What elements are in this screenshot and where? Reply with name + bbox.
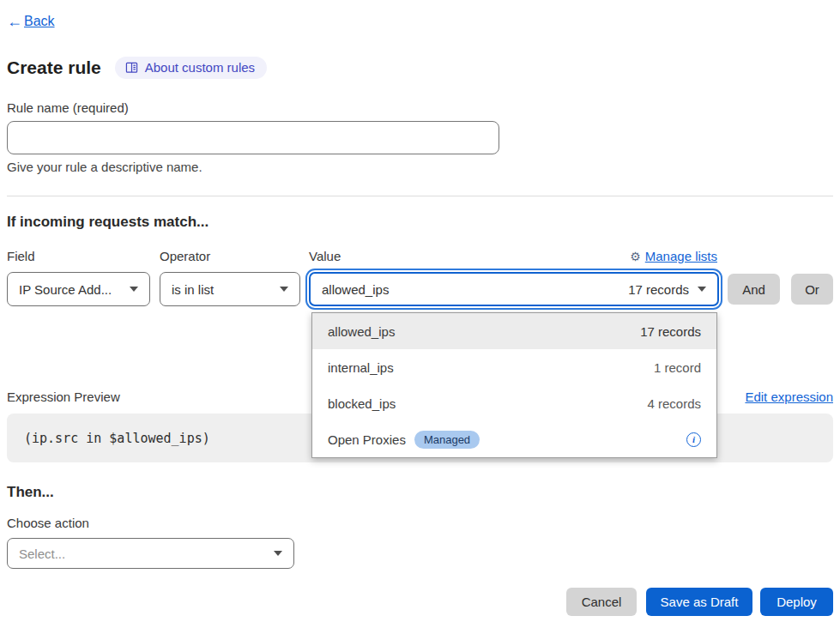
choose-action-label: Choose action — [7, 516, 89, 530]
list-option-name: Open Proxies — [328, 432, 406, 447]
section-divider — [7, 196, 833, 196]
about-custom-rules-link[interactable]: About custom rules — [115, 57, 267, 79]
expression-code: (ip.src in $allowed_ips) — [24, 431, 210, 446]
operator-select[interactable]: is in list — [160, 272, 300, 306]
save-as-draft-button[interactable]: Save as Draft — [646, 588, 752, 616]
list-option-count: 17 records — [640, 324, 701, 339]
list-dropdown-panel: allowed_ips 17 records internal_ips 1 re… — [311, 312, 717, 458]
cancel-button[interactable]: Cancel — [566, 588, 637, 616]
and-button[interactable]: And — [728, 274, 780, 305]
rule-name-label: Rule name (required) — [7, 100, 129, 115]
operator-select-value: is in list — [172, 282, 214, 297]
back-nav[interactable]: ← Back — [7, 14, 55, 29]
then-section-heading: Then... — [7, 484, 54, 501]
list-option-internal-ips[interactable]: internal_ips 1 record — [312, 349, 716, 385]
value-column-label: Value — [309, 249, 341, 263]
about-custom-rules-label: About custom rules — [145, 60, 255, 75]
chevron-down-icon — [280, 287, 288, 292]
info-icon[interactable]: i — [686, 432, 701, 447]
book-icon — [125, 62, 138, 74]
managed-badge: Managed — [414, 431, 480, 449]
edit-expression-link[interactable]: Edit expression — [745, 389, 833, 404]
list-option-blocked-ips[interactable]: blocked_ips 4 records — [312, 385, 716, 421]
list-option-name: allowed_ips — [328, 324, 395, 339]
expression-preview-label: Expression Preview — [7, 389, 120, 404]
rule-name-helper-text: Give your rule a descriptive name. — [7, 160, 202, 174]
deploy-button[interactable]: Deploy — [760, 588, 833, 616]
back-arrow-icon: ← — [7, 14, 22, 29]
value-select[interactable]: allowed_ips 17 records — [309, 272, 719, 306]
value-select-count: 17 records — [628, 282, 689, 297]
field-select[interactable]: IP Source Add... — [7, 272, 150, 306]
chevron-down-icon — [698, 287, 706, 292]
action-select-placeholder: Select... — [19, 546, 65, 561]
list-option-name: blocked_ips — [328, 396, 396, 411]
page-title: Create rule — [7, 57, 101, 78]
operator-column-label: Operator — [160, 249, 210, 263]
or-button[interactable]: Or — [791, 274, 833, 305]
field-column-label: Field — [7, 249, 35, 263]
list-option-name: internal_ips — [328, 360, 394, 375]
manage-lists-link[interactable]: ⚙ Manage lists — [630, 249, 717, 263]
field-select-value: IP Source Add... — [19, 282, 112, 297]
rule-name-input[interactable] — [7, 121, 499, 154]
list-option-open-proxies[interactable]: Open Proxies Managed i — [312, 421, 716, 457]
chevron-down-icon — [130, 287, 138, 292]
value-select-name: allowed_ips — [322, 282, 389, 297]
gear-icon: ⚙ — [630, 251, 641, 263]
chevron-down-icon — [274, 551, 282, 556]
list-option-count: 4 records — [647, 396, 701, 411]
list-option-allowed-ips[interactable]: allowed_ips 17 records — [312, 313, 716, 349]
list-option-count: 1 record — [654, 360, 701, 375]
manage-lists-label[interactable]: Manage lists — [645, 249, 717, 263]
back-link[interactable]: Back — [24, 14, 55, 29]
action-select[interactable]: Select... — [7, 538, 294, 569]
match-section-heading: If incoming requests match... — [7, 214, 208, 231]
